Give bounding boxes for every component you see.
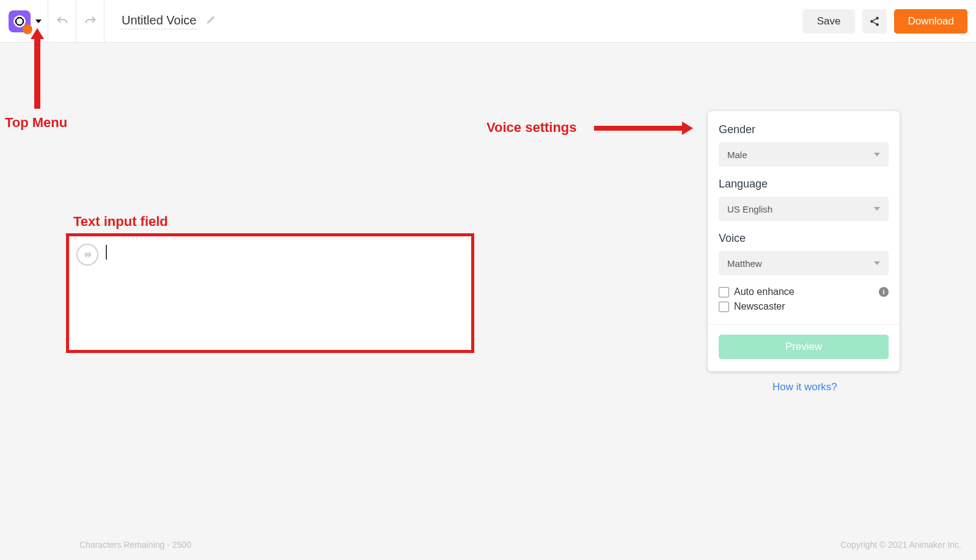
auto-enhance-label: Auto enhance <box>734 286 794 297</box>
voice-value: Matthew <box>727 258 762 269</box>
annotation-label: Text input field <box>73 214 168 230</box>
text-input-box[interactable] <box>66 233 474 353</box>
top-actions: Save Download <box>802 9 976 34</box>
voice-settings-panel: Gender Male Language US English Voice Ma… <box>708 111 900 371</box>
annotation-label: Top Menu <box>5 115 67 131</box>
annotation-arrow <box>34 37 40 109</box>
chevron-down-icon <box>35 20 42 23</box>
save-button[interactable]: Save <box>802 9 856 34</box>
gender-select[interactable]: Male <box>719 142 889 167</box>
newscaster-checkbox[interactable]: Newscaster <box>719 301 889 312</box>
download-button[interactable]: Download <box>894 9 967 34</box>
chevron-down-icon <box>874 207 880 211</box>
top-bar: Untitled Voice Save Download <box>0 0 976 43</box>
newscaster-label: Newscaster <box>734 301 785 312</box>
language-select[interactable]: US English <box>719 197 889 221</box>
auto-enhance-checkbox[interactable]: Auto enhance i <box>719 286 889 297</box>
svg-point-2 <box>876 23 879 26</box>
chars-remaining: Characters Remaining - 2500 <box>79 540 191 550</box>
waveform-icon <box>76 244 98 266</box>
chevron-down-icon <box>874 153 880 156</box>
share-button[interactable] <box>862 9 887 34</box>
annotation-label: Voice settings <box>486 120 577 136</box>
undo-button[interactable] <box>48 0 76 42</box>
annotation-arrow <box>594 126 684 131</box>
workspace: Top Menu Text input field Voice settings… <box>0 43 976 560</box>
checkbox-icon <box>719 287 729 297</box>
preview-button[interactable]: Preview <box>719 335 889 359</box>
share-icon <box>869 16 880 27</box>
svg-point-1 <box>871 20 874 23</box>
footer-bar: Characters Remaining - 2500 Copyright © … <box>0 529 976 560</box>
voice-label: Voice <box>719 232 889 245</box>
language-label: Language <box>719 178 889 191</box>
checkbox-icon <box>719 302 729 312</box>
edit-title-icon[interactable] <box>206 15 216 27</box>
text-cursor <box>106 245 107 260</box>
info-icon[interactable]: i <box>879 287 889 297</box>
app-logo-icon <box>9 10 31 32</box>
undo-redo-group <box>48 0 105 42</box>
redo-button[interactable] <box>76 0 105 42</box>
title-area: Untitled Voice <box>105 13 802 29</box>
how-it-works-link[interactable]: How it works? <box>772 381 837 393</box>
project-title[interactable]: Untitled Voice <box>122 13 196 29</box>
voice-select[interactable]: Matthew <box>719 251 889 275</box>
gender-label: Gender <box>719 123 889 136</box>
language-value: US English <box>727 204 772 214</box>
copyright: Copyright © 2021 Animaker Inc. <box>840 540 961 550</box>
gender-value: Male <box>727 150 747 160</box>
svg-point-0 <box>876 16 879 20</box>
chevron-down-icon <box>874 261 880 265</box>
